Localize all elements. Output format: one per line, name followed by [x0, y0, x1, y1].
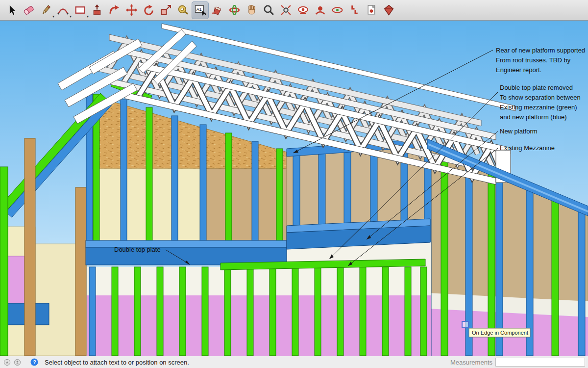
text-placement-cursor	[462, 321, 468, 328]
rotate-icon	[143, 4, 155, 16]
svg-text:To show separation between: To show separation between	[500, 94, 581, 101]
annotation-existing-mezzanine: Existing Mezzanine	[500, 144, 555, 152]
select-arrow-icon	[5, 4, 18, 16]
text-tool-icon: A1	[194, 4, 206, 16]
measurements-input[interactable]	[495, 358, 585, 367]
eraser-tool-button[interactable]	[20, 1, 37, 19]
text-tool-label: A1	[196, 7, 202, 12]
svg-text:Existing mezzanine (green): Existing mezzanine (green)	[500, 104, 577, 111]
pan-tool-button[interactable]	[243, 1, 260, 19]
annotation-double-top-plate: Double top plate	[114, 246, 161, 253]
look-around-icon	[331, 4, 343, 16]
pushpull-tool-button[interactable]	[89, 1, 106, 19]
credits-button[interactable]	[13, 358, 21, 366]
model-info-tool-button[interactable]	[380, 1, 397, 19]
gem-icon	[383, 4, 395, 16]
status-message: Select object to attach text to or posit…	[45, 359, 189, 366]
model-scene: Rear of new platform supported From roof…	[0, 21, 588, 356]
zoom-window-icon	[280, 4, 292, 16]
export-tool-button[interactable]	[363, 1, 380, 19]
hand-icon	[245, 4, 258, 16]
help-icon: ?	[30, 358, 38, 366]
orbit-tool-button[interactable]	[226, 1, 243, 19]
position-camera-tool-button[interactable]	[312, 1, 329, 19]
person-icon	[14, 359, 21, 366]
scale-tool-button[interactable]	[157, 1, 174, 19]
svg-text:From roof trusses. TBD by: From roof trusses. TBD by	[496, 56, 571, 64]
text-tool-button[interactable]: A1	[192, 1, 209, 19]
position-camera-icon	[314, 4, 326, 16]
zoom-tool-button[interactable]	[260, 1, 277, 19]
scale-icon	[160, 4, 172, 16]
status-bar: ? Select object to attach text to or pos…	[0, 356, 588, 368]
pencil-icon	[40, 4, 52, 16]
select-tool-button[interactable]	[3, 1, 20, 19]
look-around-tool-button[interactable]	[329, 1, 346, 19]
move-icon	[125, 4, 138, 16]
tape-measure-icon	[177, 4, 189, 16]
annotation-new-platform: New platform	[500, 128, 538, 135]
annotation-double-top-plate-removed: Double top plate removed	[500, 84, 573, 91]
annotation-rear-platform: Rear of new platform supported	[496, 47, 585, 54]
help-button[interactable]: ?	[30, 358, 38, 366]
followme-tool-button[interactable]	[106, 1, 123, 19]
orbit-icon	[228, 4, 241, 16]
follow-me-icon	[108, 4, 121, 16]
measurements-label: Measurements	[450, 359, 492, 366]
arc-tool-button[interactable]: ▾	[54, 1, 72, 19]
model-viewport[interactable]: Rear of new platform supported From roof…	[0, 21, 588, 356]
pushpull-icon	[91, 4, 103, 16]
walk-icon	[348, 4, 361, 16]
walk-tool-button[interactable]	[346, 1, 363, 19]
sketchup-window: ▾ ▾ ▾ A1	[0, 0, 588, 368]
paint-bucket-icon	[211, 4, 223, 16]
geolocation-button[interactable]	[3, 358, 11, 366]
geolocation-icon	[3, 359, 11, 366]
export-page-icon	[366, 4, 378, 16]
zoom-extents-icon	[297, 4, 309, 16]
svg-text:Engineer report.: Engineer report.	[496, 66, 541, 74]
svg-text:and new platform (blue): and new platform (blue)	[500, 113, 567, 121]
move-tool-button[interactable]	[123, 1, 140, 19]
rotate-tool-button[interactable]	[140, 1, 157, 19]
inference-tooltip-text: On Edge in Component	[472, 330, 528, 336]
rectangle-icon	[74, 4, 86, 16]
paint-bucket-tool-button[interactable]	[209, 1, 226, 19]
tape-measure-tool-button[interactable]	[174, 1, 192, 19]
inference-tooltip: On Edge in Component	[469, 328, 530, 337]
svg-text:?: ?	[33, 360, 36, 365]
shapes-tool-button[interactable]: ▾	[72, 1, 89, 19]
magnifier-icon	[263, 4, 275, 16]
eraser-icon	[23, 4, 35, 16]
zoom-window-tool-button[interactable]	[277, 1, 294, 19]
zoom-extents-tool-button[interactable]	[294, 1, 312, 19]
toolbar: ▾ ▾ ▾ A1	[0, 0, 588, 21]
arc-icon	[57, 4, 69, 16]
line-tool-button[interactable]: ▾	[37, 1, 54, 19]
